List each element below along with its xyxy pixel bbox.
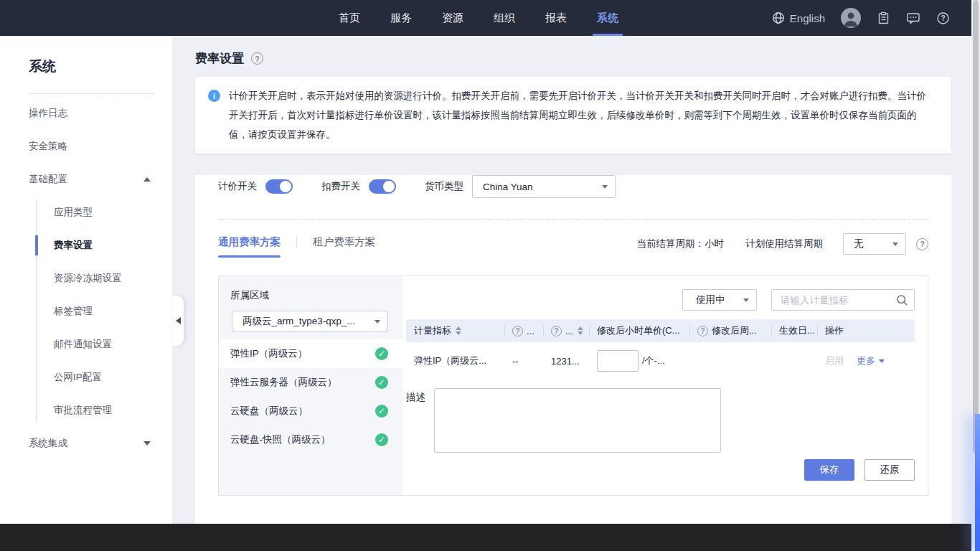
page-footer — [0, 524, 980, 551]
collapse-arrow-icon — [176, 317, 181, 324]
currency-select-value: China Yuan — [483, 182, 533, 192]
search-icon[interactable] — [896, 294, 908, 306]
billing-switch-toggle[interactable] — [265, 179, 293, 194]
nav-item-system[interactable]: 系统 — [593, 0, 623, 36]
chevron-down-icon — [143, 441, 151, 446]
metric-search-input[interactable] — [772, 290, 914, 310]
more-action[interactable]: 更多 — [857, 354, 885, 367]
tab-tenant-rate-plan[interactable]: 租户费率方案 — [313, 235, 375, 258]
sidebar-collapse-handle[interactable] — [172, 296, 184, 346]
region-item-elastic-ip[interactable]: 弹性IP（两级云） ✓ — [219, 339, 402, 368]
page-header: 费率设置 ? — [195, 50, 971, 67]
check-circle-icon: ✓ — [375, 433, 388, 446]
sidebar-item-label: 系统集成 — [29, 438, 67, 448]
nav-item-services[interactable]: 服务 — [386, 0, 416, 36]
region-item-label: 云硬盘-快照（两级云） — [230, 433, 331, 446]
question-circle-icon[interactable]: ? — [697, 326, 708, 336]
col-metric[interactable]: 计量指标 — [406, 319, 504, 342]
region-item-evs-snapshot[interactable]: 云硬盘-快照（两级云） ✓ — [219, 425, 402, 454]
chevron-down-icon — [602, 185, 608, 189]
region-item-label: 弹性IP（两级云） — [230, 347, 307, 360]
sidebar-subitem-email-notification[interactable]: 邮件通知设置 — [0, 328, 172, 361]
chevron-down-icon — [743, 298, 749, 302]
currency-select[interactable]: China Yuan — [472, 175, 616, 198]
nav-item-reports[interactable]: 报表 — [541, 0, 571, 36]
check-circle-icon: ✓ — [375, 376, 388, 389]
main-content: 费率设置 ? i 计价开关开启时，表示开始对使用的资源进行计价。扣费开关开启前，… — [172, 36, 971, 524]
help-icon[interactable]: ? — [936, 11, 950, 25]
info-banner-text: 计价开关开启时，表示开始对使用的资源进行计价。扣费开关开启前，需要先开启计价开关… — [229, 86, 936, 144]
info-icon: i — [208, 90, 220, 102]
table-header: 计量指标 ? ... ? ... 修改后小时 — [406, 319, 915, 342]
chevron-down-icon — [374, 320, 380, 324]
sidebar-item-operation-log[interactable]: 操作日志 — [0, 97, 172, 130]
col-help-1[interactable]: ? ... — [504, 319, 543, 342]
clipboard-icon[interactable] — [877, 11, 890, 25]
region-select-value: 两级云_arm_type3-qxp_... — [242, 315, 355, 328]
svg-text:?: ? — [941, 14, 945, 22]
sidebar-subitem-resource-freeze[interactable]: 资源冷冻期设置 — [0, 262, 172, 295]
avatar[interactable] — [841, 8, 861, 28]
cell-metric: 弹性IP（两级云... — [406, 342, 504, 380]
plan-cycle-label: 计划使用结算周期 — [745, 237, 823, 250]
sidebar-subitem-rate-settings[interactable]: 费率设置 — [0, 229, 172, 262]
metric-table-area: 使用中 — [402, 276, 928, 495]
col-help-2[interactable]: ? ... — [543, 319, 589, 342]
save-button[interactable]: 保存 — [804, 459, 854, 481]
cell-effective-date — [771, 342, 817, 380]
col-effective-date[interactable]: 生效日... — [771, 319, 817, 342]
current-cycle-value: 小时 — [705, 237, 724, 250]
check-circle-icon: ✓ — [375, 347, 388, 360]
sidebar-subitem-tag-management[interactable]: 标签管理 — [0, 295, 172, 328]
col-label: 修改后周... — [712, 324, 757, 337]
cell-hour-price: /个-... — [589, 342, 689, 380]
col-period-price[interactable]: ? 修改后周... — [689, 319, 771, 342]
enable-action[interactable]: 启用 — [825, 354, 844, 367]
nav-item-resources[interactable]: 资源 — [438, 0, 468, 36]
deduction-switch-toggle[interactable] — [369, 179, 396, 194]
reset-button[interactable]: 还原 — [864, 459, 915, 481]
current-cycle-label: 当前结算周期： — [637, 237, 705, 250]
scrollbar-thumb[interactable] — [973, 0, 979, 453]
sidebar-item-basic-config[interactable]: 基础配置 — [0, 163, 172, 196]
col-hour-price[interactable]: 修改后小时单价(C... — [589, 319, 689, 342]
region-item-label: 弹性云服务器（两级云） — [230, 376, 337, 389]
region-select[interactable]: 两级云_arm_type3-qxp_... — [232, 311, 388, 332]
billing-switch-label: 计价开关 — [218, 180, 257, 193]
description-textarea[interactable] — [434, 388, 721, 453]
description-label: 描述 — [406, 388, 425, 453]
metric-search — [771, 289, 915, 311]
sidebar-item-security-policy[interactable]: 安全策略 — [0, 130, 172, 163]
col-label: ... — [527, 326, 534, 336]
status-filter-select[interactable]: 使用中 — [682, 289, 757, 311]
region-item-ecs[interactable]: 弹性云服务器（两级云） ✓ — [219, 368, 402, 397]
cycle-help-icon[interactable]: ? — [916, 238, 928, 250]
nav-item-home[interactable]: 首页 — [334, 0, 364, 36]
nav-item-organization[interactable]: 组织 — [489, 0, 519, 36]
cell-col2: -- — [504, 342, 543, 380]
sort-icon[interactable] — [456, 326, 461, 335]
sidebar-subitem-app-type[interactable]: 应用类型 — [0, 196, 172, 229]
sort-icon[interactable] — [578, 326, 583, 335]
question-circle-icon[interactable]: ? — [551, 326, 562, 336]
sidebar-item-system-integration[interactable]: 系统集成 — [0, 427, 172, 460]
chevron-down-icon — [892, 242, 898, 246]
tab-general-rate-plan[interactable]: 通用费率方案 — [218, 235, 281, 258]
plan-cycle-select[interactable]: 无 — [843, 233, 906, 255]
language-switcher[interactable]: English — [772, 11, 825, 24]
sidebar-subitem-approval-process[interactable]: 审批流程管理 — [0, 394, 172, 427]
currency-label: 货币类型 — [425, 180, 463, 193]
question-circle-icon[interactable]: ? — [512, 326, 523, 336]
language-label: English — [790, 12, 825, 24]
table-row: 弹性IP（两级云... -- 1231... /个-... 启用 更多 — [406, 342, 915, 380]
sidebar-subitem-public-ip[interactable]: 公网IP配置 — [0, 361, 172, 394]
price-input[interactable] — [597, 350, 639, 372]
rate-panel: 所属区域 两级云_arm_type3-qxp_... 弹性IP（两级云） ✓ 弹… — [218, 276, 928, 496]
description-row: 描述 — [406, 388, 915, 453]
status-filter-value: 使用中 — [696, 293, 725, 306]
chevron-down-icon — [879, 359, 885, 363]
page-help-icon[interactable]: ? — [251, 52, 263, 65]
feedback-icon[interactable] — [906, 11, 920, 25]
region-item-evs[interactable]: 云硬盘（两级云） ✓ — [219, 397, 402, 425]
top-nav: 首页 服务 资源 组织 报表 系统 English — [0, 0, 980, 36]
